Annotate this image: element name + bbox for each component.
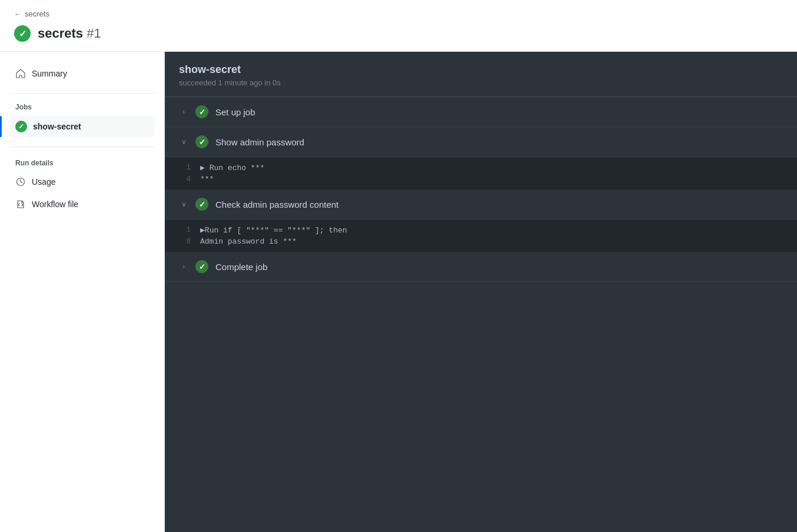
step-setup-job[interactable]: › Set up job xyxy=(165,97,797,127)
line-content-2: *** xyxy=(200,175,214,184)
code-line-4: 8 Admin password is *** xyxy=(165,236,797,247)
line-content-3: ▶Run if [ "***" == "***" ]; then xyxy=(200,225,347,235)
home-icon xyxy=(15,68,26,79)
step-name-complete: Complete job xyxy=(215,262,267,272)
run-status-icon xyxy=(14,25,31,42)
sidebar: Summary Jobs show-secret Run details xyxy=(0,52,165,532)
step-complete-job[interactable]: › Complete job xyxy=(165,252,797,282)
run-details-section: Run details Usage xyxy=(9,159,155,214)
line-number-1: 1 xyxy=(179,163,191,172)
workflow-file-label: Workflow file xyxy=(32,200,78,209)
chevron-down-icon-show: ∨ xyxy=(179,138,188,146)
terminal-header: show-secret succeeded 1 minute ago in 0s xyxy=(165,52,797,97)
run-details-label: Run details xyxy=(9,159,155,167)
page-header: ← secrets secrets #1 xyxy=(0,0,797,52)
terminal-panel: show-secret succeeded 1 minute ago in 0s… xyxy=(165,52,797,532)
line-content-4: Admin password is *** xyxy=(200,237,297,246)
chevron-down-icon-check: ∨ xyxy=(179,200,188,208)
sidebar-divider-2 xyxy=(9,147,155,147)
step-status-icon-check xyxy=(195,198,208,211)
breadcrumb-link[interactable]: secrets xyxy=(25,9,49,18)
step-status-icon-setup xyxy=(195,105,208,118)
usage-label: Usage xyxy=(32,177,55,187)
usage-icon xyxy=(15,177,26,187)
step-check-admin-password[interactable]: ∨ Check admin password content xyxy=(165,189,797,220)
step-status-icon-show xyxy=(195,135,208,148)
sidebar-divider-1 xyxy=(9,93,155,94)
step-name-setup: Set up job xyxy=(215,107,255,117)
terminal-job-subtitle: succeeded 1 minute ago in 0s xyxy=(179,78,783,87)
main-body: Summary Jobs show-secret Run details xyxy=(0,52,797,532)
sidebar-item-show-secret[interactable]: show-secret xyxy=(9,116,155,137)
chevron-right-icon-complete: › xyxy=(179,262,188,271)
workflow-name: secrets xyxy=(38,26,83,41)
line-number-4: 8 xyxy=(179,237,191,246)
job-status-icon xyxy=(15,121,27,132)
page-title: secrets #1 xyxy=(38,26,101,41)
run-number: #1 xyxy=(87,26,101,41)
step-show-admin-password[interactable]: ∨ Show admin password xyxy=(165,127,797,157)
line-number-3: 1 xyxy=(179,225,191,234)
sidebar-item-workflow-file[interactable]: Workflow file xyxy=(9,194,155,214)
sidebar-item-usage[interactable]: Usage xyxy=(9,172,155,192)
back-arrow-icon: ← xyxy=(14,10,21,18)
step-name-check: Check admin password content xyxy=(215,200,338,210)
step-name-show: Show admin password xyxy=(215,137,304,147)
page-layout: ← secrets secrets #1 Summary xyxy=(0,0,797,532)
terminal-job-title: show-secret xyxy=(179,64,783,76)
line-content-1: ▶ Run echo *** xyxy=(200,163,264,172)
line-number-2: 4 xyxy=(179,175,191,184)
jobs-section-label: Jobs xyxy=(9,103,155,111)
code-output-check: 1 ▶Run if [ "***" == "***" ]; then 8 Adm… xyxy=(165,220,797,252)
summary-label: Summary xyxy=(32,69,67,78)
code-line-2: 4 *** xyxy=(165,174,797,185)
breadcrumb: ← secrets xyxy=(14,9,783,18)
code-line-3: 1 ▶Run if [ "***" == "***" ]; then xyxy=(165,224,797,236)
title-row: secrets #1 xyxy=(14,25,783,42)
workflow-file-icon xyxy=(15,199,26,210)
job-label: show-secret xyxy=(33,122,81,131)
sidebar-item-summary[interactable]: Summary xyxy=(9,64,155,84)
code-output-show: 1 ▶ Run echo *** 4 *** xyxy=(165,157,797,189)
code-line-1: 1 ▶ Run echo *** xyxy=(165,162,797,174)
step-status-icon-complete xyxy=(195,260,208,273)
chevron-right-icon: › xyxy=(179,108,188,116)
